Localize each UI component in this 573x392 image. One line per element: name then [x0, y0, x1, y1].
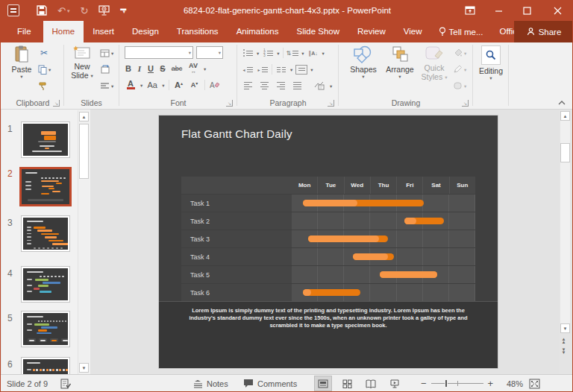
italic-button[interactable]: I [137, 63, 143, 75]
quick-styles-button[interactable]: Quick Styles▾ [419, 45, 450, 81]
scroll-down-icon[interactable]: ▼ [560, 323, 570, 333]
smartart-dropdown-icon[interactable]: ▾ [330, 83, 332, 89]
zoom-slider[interactable] [431, 375, 483, 392]
character-spacing-dropdown-icon[interactable]: ▾ [204, 66, 206, 72]
slide-layout-button[interactable]: ▾ [100, 47, 113, 59]
increase-indent-button[interactable]: ▸ [257, 63, 269, 75]
slide-thumbnail-3[interactable] [22, 216, 69, 251]
copy-dropdown-icon[interactable]: ▾ [48, 67, 51, 72]
strikethrough-button[interactable]: S [159, 63, 166, 75]
undo-dropdown-icon[interactable]: ▾ [67, 8, 70, 13]
shapes-dropdown-icon[interactable]: ▾ [362, 74, 364, 79]
justify-button[interactable] [291, 80, 303, 92]
numbering-dropdown-icon[interactable]: ▾ [277, 51, 279, 56]
shape-fill-button[interactable]: ▾ [453, 47, 466, 59]
thumbnail-scroll-thumb[interactable] [79, 124, 89, 179]
slide-thumbnail-4[interactable] [22, 267, 69, 302]
layout-dropdown-icon[interactable]: ▾ [111, 51, 113, 56]
editing-button[interactable]: Editing ▾ [476, 45, 506, 80]
align-text-dropdown-icon[interactable]: ▾ [310, 67, 313, 72]
gantt-table[interactable]: MonTueWedThuFriSatSun Task 1Task 2Task 3… [181, 177, 475, 297]
font-size-dropdown-icon[interactable]: ▾ [217, 50, 222, 55]
thumbnail-scroll-down-icon[interactable]: ▼ [79, 363, 89, 373]
gantt-bar-task-1[interactable] [303, 200, 424, 206]
zoom-slider-thumb[interactable] [445, 379, 448, 388]
align-right-button[interactable] [275, 80, 286, 92]
underline-button[interactable]: U [147, 63, 154, 75]
slide-thumbnail-1[interactable] [22, 122, 69, 157]
clipboard-dialog-launcher-icon[interactable] [53, 100, 60, 107]
tab-file[interactable]: File [5, 21, 43, 42]
save-icon[interactable] [37, 5, 47, 16]
normal-view-button[interactable] [314, 376, 332, 391]
decrease-font-size-button[interactable]: A▾ [189, 79, 201, 91]
change-case-dropdown-icon[interactable]: ▾ [162, 83, 164, 88]
change-case-button[interactable]: Aa [146, 79, 158, 91]
numbering-button[interactable]: 123 [262, 47, 274, 59]
slide-canvas[interactable]: Flat Gantt Chart Daily MonTueWedThuFriSa… [159, 116, 498, 368]
tab-review[interactable]: Review [348, 21, 395, 42]
paragraph-dialog-launcher-icon[interactable] [328, 100, 334, 107]
slide-counter[interactable]: Slide 2 of 9 [7, 375, 48, 392]
text-direction-button[interactable]: ∥A↓ [307, 47, 319, 59]
section-dropdown-icon[interactable]: ▾ [111, 83, 113, 89]
paste-button[interactable]: Paste ▾ [8, 45, 35, 79]
gantt-bar-task-4[interactable] [353, 253, 394, 260]
slide-title[interactable]: Flat Gantt Chart Daily [181, 127, 292, 140]
slide-description-text[interactable]: Lorem Ipsum is simply dummy text of the … [159, 301, 498, 368]
drawing-dialog-launcher-icon[interactable] [462, 100, 469, 107]
font-color-button[interactable]: A [125, 79, 137, 91]
next-slide-button[interactable]: ▼▼ [559, 347, 569, 355]
app-icon[interactable] [7, 4, 19, 16]
line-spacing-button[interactable]: ⇅ [286, 47, 299, 59]
tab-insert[interactable]: Insert [84, 21, 123, 42]
convert-to-smartart-button[interactable] [313, 80, 325, 92]
clear-formatting-button[interactable]: A [209, 79, 221, 91]
editing-dropdown-icon[interactable]: ▾ [489, 75, 492, 80]
redo-icon[interactable]: ↻ [80, 6, 88, 16]
font-color-dropdown-icon[interactable]: ▾ [140, 83, 143, 88]
copy-button[interactable]: ▾ [38, 63, 51, 75]
collapse-ribbon-icon[interactable] [556, 98, 568, 107]
tab-tell-me[interactable]: Tell me... [431, 21, 491, 42]
slide-thumbnail-2[interactable] [19, 167, 72, 206]
scroll-up-icon[interactable]: ▲ [560, 111, 570, 121]
customize-qat-icon[interactable]: ▬▾ [120, 7, 126, 13]
slideshow-view-button[interactable] [386, 376, 404, 391]
shape-outline-dropdown-icon[interactable]: ▾ [464, 67, 466, 72]
tab-design[interactable]: Design [123, 21, 168, 42]
font-name-combobox[interactable]: ▾ [125, 46, 193, 59]
reset-slide-button[interactable] [100, 63, 110, 75]
share-button[interactable]: Share [514, 21, 573, 42]
maximize-icon[interactable] [513, 0, 541, 21]
arrange-dropdown-icon[interactable]: ▾ [398, 74, 401, 79]
text-shadow-button[interactable]: abc [171, 63, 183, 75]
new-slide-dropdown-icon[interactable]: ▾ [91, 73, 93, 78]
gantt-bar-task-3[interactable] [308, 235, 388, 242]
zoom-percentage[interactable]: 48% [507, 375, 523, 392]
align-left-button[interactable] [242, 80, 254, 92]
line-spacing-dropdown-icon[interactable]: ▾ [301, 51, 304, 56]
thumbnail-scroll-up-icon[interactable]: ▲ [79, 112, 89, 121]
increase-font-size-button[interactable]: A▴ [173, 79, 185, 91]
text-direction-dropdown-icon[interactable]: ▾ [322, 51, 325, 56]
font-name-dropdown-icon[interactable]: ▾ [187, 50, 192, 55]
new-slide-button[interactable]: New Slide▾ [67, 45, 97, 80]
align-text-button[interactable] [295, 65, 307, 75]
decrease-indent-button[interactable]: ◂ [242, 63, 254, 75]
columns-button[interactable] [275, 63, 287, 75]
align-center-button[interactable] [258, 80, 270, 92]
font-size-combobox[interactable]: ▾ [196, 46, 223, 59]
tab-home[interactable]: Home [43, 21, 84, 42]
fit-slide-to-window-button[interactable] [529, 375, 540, 392]
reading-view-button[interactable] [362, 376, 380, 391]
font-dialog-launcher-icon[interactable] [226, 100, 233, 107]
shape-outline-button[interactable]: ▾ [453, 63, 466, 75]
tab-view[interactable]: View [395, 21, 431, 42]
arrange-button[interactable]: Arrange ▾ [383, 45, 417, 79]
slide-thumbnail-5[interactable] [22, 312, 69, 347]
vertical-scrollbar[interactable]: ▲ ▼ [559, 110, 572, 334]
section-button[interactable]: ▾ [100, 80, 113, 92]
shapes-button[interactable]: Shapes ▾ [347, 45, 380, 79]
tab-transitions[interactable]: Transitions [168, 21, 228, 42]
